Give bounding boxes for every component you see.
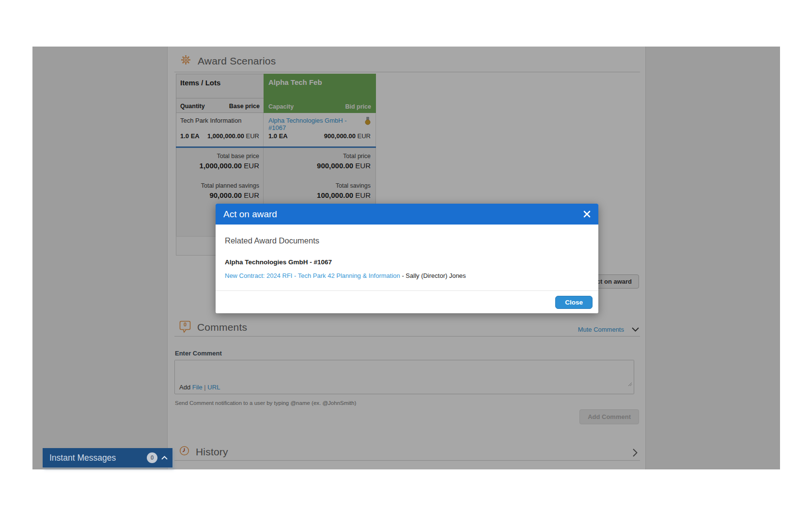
- dialog-footer: Close: [216, 290, 598, 313]
- items-lots-header-cell: Items / Lots: [176, 74, 264, 98]
- total-base-price-currency: EUR: [244, 161, 259, 170]
- total-base-price-label: Total base price: [180, 153, 259, 160]
- dialog-header: Act on award: [216, 204, 598, 225]
- chevron-up-icon[interactable]: [161, 456, 168, 460]
- mute-comments-link[interactable]: Mute Comments: [578, 326, 624, 333]
- award-scenarios-header: Award Scenarios: [180, 54, 276, 67]
- total-planned-savings-value: 90,000.00: [209, 191, 242, 199]
- history-header[interactable]: History: [179, 446, 228, 458]
- comment-textarea[interactable]: [175, 360, 634, 381]
- comments-bubble-icon: 0: [179, 321, 191, 334]
- award-document-owner: - Sally (Director) Jones: [402, 272, 466, 279]
- item-base-price: 1,000,000.00: [207, 132, 244, 140]
- add-label: Add: [179, 384, 190, 391]
- bid-price-currency: EUR: [358, 132, 371, 140]
- instant-messages-bar[interactable]: Instant Messages 0: [43, 448, 172, 467]
- related-award-documents-heading: Related Award Documents: [225, 225, 589, 245]
- total-base-price-value: 1,000,000.00: [200, 161, 242, 170]
- total-price-currency: EUR: [355, 161, 371, 170]
- close-button[interactable]: Close: [555, 296, 593, 309]
- table-row: 1.0 EA 1,000,000.00 EUR 1.0 EA 900,000.0…: [176, 130, 376, 146]
- instant-messages-label: Instant Messages: [49, 453, 147, 463]
- file-url-separator: |: [204, 384, 205, 391]
- total-planned-savings-label: Total planned savings: [180, 182, 259, 189]
- award-document-link[interactable]: New Contract: 2024 RFI - Tech Park 42 Pl…: [225, 272, 400, 279]
- divider: [174, 72, 640, 72]
- divider: [174, 460, 640, 461]
- table-accent-bar: [176, 146, 376, 148]
- chevron-down-icon[interactable]: [632, 325, 639, 334]
- dialog-title: Act on award: [223, 209, 583, 220]
- act-on-award-dialog: Act on award Related Award Documents Alp…: [216, 204, 598, 313]
- item-quantity: 1.0 EA: [180, 132, 200, 145]
- history-title: History: [196, 446, 228, 458]
- divider: [174, 336, 640, 337]
- medal-icon: [365, 117, 371, 127]
- comments-count: 0: [179, 322, 191, 327]
- table-row: Tech Park Information Alpha Technologies…: [176, 113, 376, 130]
- column-capacity: Capacity: [268, 103, 294, 110]
- chevron-right-icon[interactable]: [633, 449, 638, 459]
- total-planned-savings-currency: EUR: [244, 191, 259, 199]
- comment-helper-text: Send Comment notification to a user by t…: [175, 400, 356, 406]
- total-savings-label: Total savings: [268, 182, 371, 189]
- column-base-price: Base price: [229, 103, 260, 110]
- comments-header: 0 Comments: [179, 321, 247, 334]
- scenario-header-cell: Alpha Tech Feb: [264, 74, 376, 98]
- comments-title: Comments: [197, 322, 247, 333]
- total-savings-currency: EUR: [355, 191, 371, 199]
- gear-icon: [180, 54, 191, 67]
- item-name: Tech Park Information: [176, 113, 264, 130]
- add-file-link[interactable]: File: [192, 384, 203, 391]
- dialog-supplier-name: Alpha Technologies GmbH - #1067: [225, 245, 589, 266]
- bid-price: 900,000.00: [324, 132, 356, 140]
- comment-box: Add File | URL: [174, 360, 634, 394]
- enter-comment-label: Enter Comment: [175, 350, 222, 357]
- instant-messages-count-badge: 0: [147, 452, 157, 463]
- add-comment-button[interactable]: Add Comment: [579, 409, 639, 424]
- total-price-label: Total price: [268, 153, 371, 160]
- total-savings-value: 100,000.00: [317, 191, 353, 199]
- clock-icon: [179, 446, 189, 458]
- item-base-currency: EUR: [246, 132, 259, 140]
- column-bid-price: Bid price: [345, 103, 372, 110]
- resize-handle-icon[interactable]: [628, 380, 632, 388]
- add-url-link[interactable]: URL: [207, 384, 220, 391]
- close-icon[interactable]: [583, 210, 591, 218]
- award-scenarios-title: Award Scenarios: [198, 55, 276, 67]
- supplier-link[interactable]: Alpha Technologies GmbH - #1067: [268, 117, 362, 131]
- column-quantity: Quantity: [180, 103, 205, 110]
- total-price-value: 900,000.00: [317, 161, 353, 170]
- bid-capacity: 1.0 EA: [268, 132, 288, 145]
